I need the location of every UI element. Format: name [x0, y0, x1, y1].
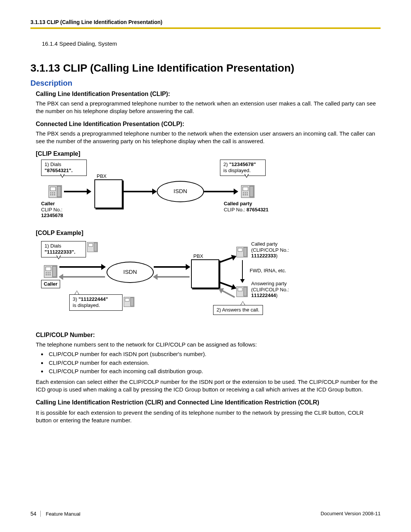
colp-text: The PBX sends a preprogrammed telephone …	[36, 130, 381, 145]
callout-tail-icon	[56, 256, 61, 259]
caller-clip-prefix: CLIP No.:	[41, 207, 62, 212]
svg-rect-6	[50, 194, 51, 195]
svg-rect-17	[247, 194, 248, 195]
svg-rect-29	[49, 274, 51, 275]
svg-rect-14	[247, 192, 248, 193]
clip-dial-number: "87654321".	[45, 168, 73, 173]
svg-rect-35	[244, 287, 247, 296]
clip-disp-suffix: is displayed.	[223, 168, 251, 173]
colp-example-diagram: 1) Dials "111222333". Caller ISDN	[41, 239, 288, 326]
answering-l2: (CLIP/COLP No.:	[251, 287, 289, 292]
arrow-icon	[203, 191, 237, 192]
svg-rect-22	[46, 267, 51, 271]
callout-tail-icon	[241, 301, 245, 305]
called-party-l1: Called party	[251, 241, 277, 247]
svg-rect-34	[238, 288, 242, 291]
called-party-no: 111222333	[251, 253, 276, 259]
close-paren-2: )	[276, 292, 277, 298]
colp-heading: Connected Line Identification Presentati…	[36, 121, 381, 128]
down-arrow-icon	[242, 260, 243, 282]
called-clip-no: 87654321	[247, 207, 269, 212]
doc-version-label: Document Version	[320, 511, 362, 516]
svg-rect-13	[245, 192, 246, 193]
caller-clip-no: 12345678	[41, 212, 63, 218]
isdn-cloud: ISDN	[157, 181, 204, 202]
colp-example-heading: [COLP Example]	[36, 230, 381, 236]
svg-rect-32	[244, 248, 247, 257]
list-item: CLIP/COLP number for each incoming call …	[47, 367, 381, 376]
svg-rect-23	[53, 266, 56, 277]
list-item: CLIP/COLP number for each extension.	[47, 359, 381, 367]
phone-icon	[123, 295, 135, 308]
callout-tail-icon	[244, 174, 249, 178]
caller-label-block: Caller CLIP No.: 12345678	[41, 201, 79, 219]
arrow-icon	[59, 276, 105, 278]
svg-rect-12	[243, 192, 244, 193]
fwd-label: FWD, IRNA, etc.	[250, 268, 286, 274]
clip-disp-prefix: 2)	[223, 161, 229, 167]
called-clip-prefix: CLIP No.:	[224, 207, 247, 212]
phone-icon	[48, 183, 62, 199]
clip-display-callout: 2) "12345678" is displayed.	[220, 160, 266, 176]
answering-party-block: Answering party (CLIP/COLP No.: 11122244…	[251, 281, 301, 299]
svg-rect-26	[49, 272, 51, 273]
colp-disp-prefix: 3)	[73, 296, 78, 302]
called-label: Called party	[224, 201, 252, 206]
list-item: CLIP/COLP number for each ISDN port (sub…	[47, 350, 381, 359]
svg-rect-8	[54, 194, 55, 195]
svg-rect-15	[243, 194, 244, 195]
svg-rect-27	[46, 274, 47, 275]
svg-rect-3	[50, 192, 51, 193]
header-rule	[30, 27, 381, 29]
clip-colp-bullets: CLIP/COLP number for each ISDN port (sub…	[47, 350, 381, 376]
pbx-label: PBX	[97, 173, 107, 179]
running-header: 3.1.13 CLIP (Calling Line Identification…	[30, 19, 381, 25]
svg-rect-24	[46, 272, 47, 273]
manual-name: Feature Manual	[46, 511, 80, 517]
called-party-block: Called party (CLIP/COLP No.: 111222333)	[251, 241, 301, 259]
svg-rect-11	[250, 186, 253, 197]
doc-version: 2008-11	[362, 511, 381, 516]
callout-tail-icon	[60, 174, 65, 178]
pbx-label: PBX	[193, 253, 203, 259]
page-footer: 54 Feature Manual Document Version 2008-…	[30, 511, 381, 517]
svg-rect-5	[54, 192, 55, 193]
called-party-l2: (CLIP/COLP No.:	[251, 247, 289, 253]
colp-dial-callout: 1) Dials "111222333".	[41, 241, 86, 257]
clip-heading: Calling Line Identification Presentation…	[36, 91, 381, 97]
pbx-box: PBX	[191, 259, 219, 288]
clip-colp-number-intro: The telephone numbers sent to the networ…	[36, 341, 381, 348]
close-paren: )	[276, 253, 277, 259]
arrow-icon	[123, 191, 156, 192]
arrow-icon	[154, 276, 190, 278]
clir-colr-text: It is possible for each extension to pre…	[36, 409, 381, 425]
clip-example-diagram: 1) Dials "87654321". Caller CLIP No.: 12…	[41, 160, 288, 224]
called-label-block: Called party CLIP No.: 87654321	[224, 201, 277, 212]
phone-icon	[43, 263, 58, 279]
colp-display-callout: 3) "111222444" is displayed.	[69, 294, 123, 311]
colp-disp-suffix: is displayed.	[73, 302, 100, 308]
colp-dial-number: "111222333".	[45, 249, 75, 255]
svg-rect-25	[48, 272, 49, 273]
arrow-icon	[219, 256, 236, 263]
pbx-box: PBX	[94, 179, 123, 208]
svg-rect-7	[52, 194, 53, 195]
svg-rect-4	[52, 192, 53, 193]
svg-rect-16	[245, 194, 246, 195]
svg-rect-31	[238, 248, 242, 251]
svg-rect-38	[131, 298, 134, 306]
clir-colr-heading: Calling Line Identification Restriction …	[36, 399, 381, 407]
clip-disp-number: "12345678"	[229, 161, 256, 167]
svg-rect-20	[94, 243, 97, 251]
clip-text: The PBX can send a preprogrammed telepho…	[36, 100, 381, 115]
clip-dial-prefix: 1) Dials	[45, 161, 61, 167]
pre-section-ref: 16.1.4 Speed Dialing, System	[42, 40, 381, 47]
answers-call-callout: 2) Answers the call.	[213, 305, 263, 315]
arrow-icon	[154, 266, 190, 268]
answering-l1: Answering party	[251, 281, 287, 286]
svg-rect-10	[243, 187, 248, 191]
clip-colp-number-heading: CLIP/COLP Number:	[36, 332, 381, 339]
svg-rect-2	[57, 186, 61, 197]
caller-label: Caller	[41, 201, 55, 206]
section-title: 3.1.13 CLIP (Calling Line Identification…	[30, 62, 381, 74]
